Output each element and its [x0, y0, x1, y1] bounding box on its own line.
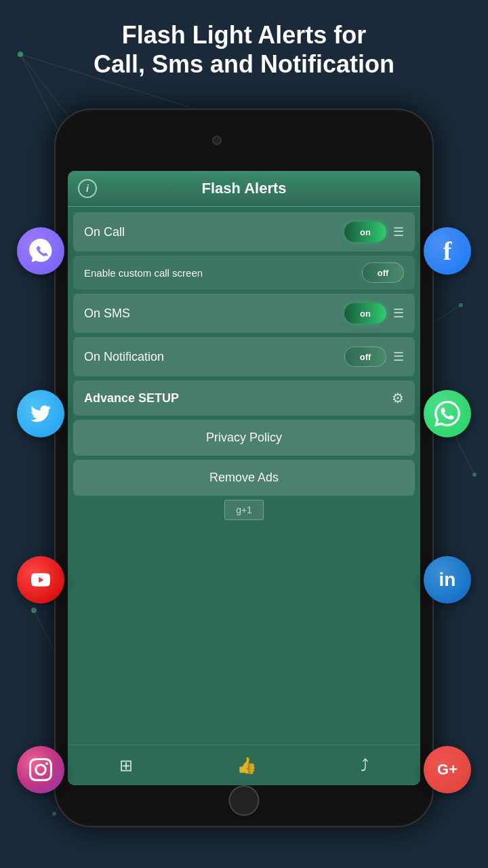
- instagram-icon[interactable]: [17, 746, 64, 793]
- on-notification-card: On Notification off ☰: [73, 337, 415, 376]
- svg-point-16: [459, 303, 463, 307]
- phone-home-button[interactable]: [229, 785, 260, 816]
- info-button[interactable]: i: [78, 179, 97, 198]
- custom-call-label: Enable custom call screen: [84, 267, 203, 279]
- on-call-controls: on ☰: [344, 222, 404, 242]
- facebook-icon[interactable]: f: [424, 227, 471, 275]
- gplus-button[interactable]: g+1: [224, 500, 264, 520]
- twitter-icon[interactable]: [17, 390, 64, 437]
- app-header: i Flash Alerts: [68, 171, 420, 207]
- bottom-nav: ⊞ 👍 ⤴: [68, 745, 420, 785]
- remove-ads-button[interactable]: Remove Ads: [73, 460, 415, 496]
- whatsapp-icon[interactable]: [424, 390, 471, 437]
- privacy-policy-button[interactable]: Privacy Policy: [73, 420, 415, 456]
- header-title: Flash Alerts: [97, 180, 391, 197]
- viber-icon[interactable]: [17, 227, 64, 275]
- on-call-card: On Call on ☰: [73, 212, 415, 252]
- svg-point-19: [52, 812, 56, 816]
- phone-screen: i Flash Alerts On Call on ☰ Enable custo…: [68, 171, 420, 785]
- phone-frame: i Flash Alerts On Call on ☰ Enable custo…: [54, 108, 434, 827]
- on-sms-controls: on ☰: [344, 303, 404, 323]
- on-sms-label: On SMS: [84, 307, 130, 321]
- settings-container: On Call on ☰ Enable custom call screen o…: [68, 207, 420, 530]
- advance-setup-card[interactable]: Advance SETUP ⚙: [73, 380, 415, 416]
- on-notification-label: On Notification: [84, 350, 164, 364]
- on-call-toggle[interactable]: on: [344, 222, 386, 242]
- on-sms-card: On SMS on ☰: [73, 294, 415, 333]
- app-title: Flash Light Alerts for Call, Sms and Not…: [0, 20, 488, 79]
- custom-call-screen-card: Enable custom call screen off: [73, 256, 415, 290]
- on-sms-settings-icon[interactable]: ☰: [393, 306, 404, 321]
- privacy-policy-label: Privacy Policy: [206, 431, 282, 444]
- on-call-label: On Call: [84, 225, 125, 239]
- phone-speaker: [190, 130, 298, 151]
- remove-ads-label: Remove Ads: [209, 471, 279, 484]
- svg-point-15: [472, 473, 476, 477]
- svg-point-17: [31, 608, 37, 613]
- on-sms-toggle[interactable]: on: [344, 303, 386, 323]
- phone-camera: [212, 136, 222, 145]
- gear-icon[interactable]: ⚙: [392, 390, 404, 406]
- on-notification-settings-icon[interactable]: ☰: [393, 349, 404, 364]
- add-nav-icon[interactable]: ⊞: [119, 756, 133, 775]
- share-nav-icon[interactable]: ⤴: [361, 756, 369, 775]
- custom-call-toggle[interactable]: off: [362, 262, 404, 283]
- on-notification-toggle[interactable]: off: [344, 347, 386, 367]
- linkedin-icon[interactable]: in: [424, 556, 471, 604]
- googleplus-icon[interactable]: G+: [424, 746, 471, 793]
- like-nav-icon[interactable]: 👍: [237, 756, 257, 775]
- on-call-settings-icon[interactable]: ☰: [393, 224, 404, 239]
- on-notification-controls: off ☰: [344, 347, 404, 367]
- advance-setup-label: Advance SETUP: [84, 391, 179, 406]
- youtube-icon[interactable]: [17, 556, 64, 604]
